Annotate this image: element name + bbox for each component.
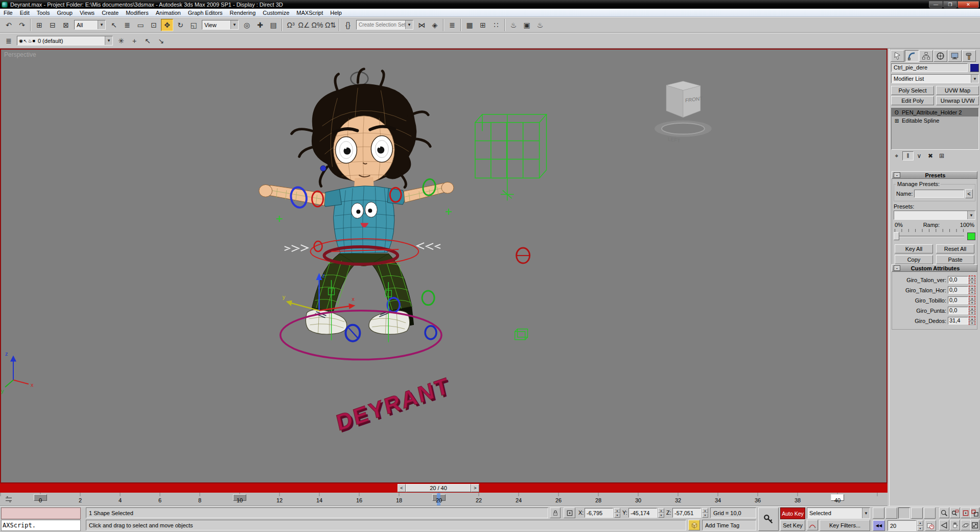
modifier-shortcut-button[interactable]: Poly Select [891, 86, 934, 95]
tab-modify[interactable] [905, 50, 919, 62]
separator[interactable] [442, 19, 445, 31]
preset-action-button[interactable]: Paste [936, 255, 974, 264]
tab-display[interactable] [948, 50, 962, 62]
small-green-cube-helper[interactable] [515, 329, 528, 340]
use-pivot-point-center-icon[interactable]: ◎ [241, 19, 253, 31]
keyboard-override-toggle-icon[interactable]: ▤ [267, 19, 279, 31]
edit-named-selection-sets-icon[interactable]: {} [342, 19, 354, 31]
custom-attribute-spinner[interactable]: ▲▼ [969, 296, 975, 305]
reference-coordinate-system-dropdown[interactable]: View ▼ [202, 20, 239, 30]
menu-item[interactable]: Animation [152, 9, 184, 16]
y-coordinate-spinner[interactable]: ▲▼ [658, 508, 664, 518]
quick-render-icon[interactable]: ♨ [534, 19, 546, 31]
modifier-list-dropdown[interactable]: Modifier List ▼ [891, 74, 979, 83]
go-to-end-icon[interactable] [924, 507, 936, 519]
layer-manager-icon[interactable]: ≣ [446, 19, 458, 31]
field-of-view-icon[interactable] [939, 520, 949, 530]
previous-frame-icon[interactable] [885, 507, 897, 519]
make-unique-icon[interactable]: ∨ [914, 151, 925, 160]
select-objects-in-current-layer-icon[interactable]: ↖ [142, 35, 154, 47]
configure-modifier-sets-icon[interactable]: ⊞ [936, 151, 947, 160]
select-by-name-icon[interactable]: ≣ [121, 19, 133, 31]
absolute-offset-mode-toggle[interactable] [564, 507, 575, 518]
presets-rollout-header[interactable]: - Presets [892, 171, 977, 179]
angle-snap-icon[interactable]: Ω∠ [298, 19, 310, 31]
pan-hand-icon[interactable] [950, 520, 960, 530]
arc-rotate-icon[interactable] [961, 520, 971, 530]
key-filters-button[interactable]: Key Filters... [820, 520, 870, 531]
snaps-toggle-icon[interactable]: Ω³ [285, 19, 297, 31]
open-mini-curve-editor-button[interactable] [1, 493, 16, 505]
dropdown-arrow-icon[interactable]: ▼ [98, 20, 105, 29]
custom-attributes-rollout-header[interactable]: - Custom Attributes [892, 264, 977, 272]
spinner-snap-icon[interactable]: Ω⇅ [324, 19, 337, 31]
maximize-viewport-toggle-icon[interactable] [970, 520, 979, 530]
modifier-shortcut-button[interactable]: Edit Poly [891, 96, 934, 105]
collapse-icon[interactable]: - [894, 172, 900, 178]
modifier-state-icon[interactable]: ⊞ [893, 118, 900, 124]
wire-box-helper[interactable] [475, 114, 547, 201]
isolate-selection-icon[interactable] [688, 520, 700, 530]
next-frame-icon[interactable] [911, 507, 923, 519]
object-color-swatch[interactable] [970, 63, 979, 72]
time-slider-button[interactable]: 20 / 40 [406, 484, 471, 492]
next-frame-slider-button[interactable]: > [471, 484, 479, 492]
rotation-gizmo-red-right[interactable] [517, 248, 530, 263]
window-crossing-icon[interactable]: ⊡ [148, 19, 160, 31]
current-layer-dropdown[interactable]: ◉↖♨■ 0 (default) ▼ [17, 36, 113, 45]
menu-item[interactable]: Create [98, 9, 122, 16]
modifier-state-icon[interactable]: ʘ [893, 110, 900, 115]
separator[interactable] [503, 19, 506, 31]
object-name-field[interactable]: Ctrl_pie_dere [891, 63, 968, 72]
z-coordinate-spinner[interactable]: ▲▼ [702, 508, 708, 518]
auto-key-button[interactable]: Auto Key [780, 507, 805, 519]
maxscript-mini-listener[interactable]: AXScript. [1, 520, 81, 531]
tab-create[interactable] [891, 50, 904, 62]
custom-attribute-spinner[interactable]: ▲▼ [969, 306, 975, 315]
menu-item[interactable]: Tools [33, 9, 54, 16]
set-current-layer-icon[interactable]: ↘ [155, 35, 167, 47]
dropdown-arrow-icon[interactable]: ▼ [405, 20, 413, 29]
tab-utilities[interactable] [962, 50, 976, 62]
presets-dropdown[interactable]: ▼ [894, 211, 975, 220]
ramp-slider[interactable] [894, 236, 964, 237]
menu-item[interactable]: Customize [259, 9, 293, 16]
minimize-button[interactable]: — [929, 1, 943, 8]
x-coordinate-field[interactable]: -6,795 [585, 508, 613, 518]
viewport-label[interactable]: Perspective [4, 51, 36, 58]
menu-item[interactable]: Modifiers [122, 9, 152, 16]
custom-attribute-spinner[interactable]: ▲▼ [969, 316, 975, 325]
character-model[interactable] [259, 69, 454, 334]
preset-action-button[interactable]: Copy [895, 255, 933, 264]
y-coordinate-field[interactable]: -45,174 [628, 508, 657, 518]
preset-browse-button[interactable]: < [965, 189, 973, 198]
menu-item[interactable]: File [0, 9, 16, 16]
key-mode-toggle[interactable]: ◀◀ [873, 520, 885, 531]
custom-attribute-value-field[interactable]: 0,0 [948, 307, 968, 314]
create-new-layer-icon[interactable]: ✳ [115, 35, 127, 47]
select-object-icon[interactable]: ↖ [108, 19, 120, 31]
go-to-start-icon[interactable] [873, 507, 884, 519]
restore-button[interactable]: ❐ [943, 1, 957, 8]
rendered-frame-window-icon[interactable]: ▣ [521, 19, 533, 31]
undo-icon[interactable]: ↶ [3, 19, 15, 31]
menu-item[interactable]: MAXScript [293, 9, 326, 16]
select-and-link-icon[interactable]: ⊞ [33, 19, 45, 31]
previous-frame-slider-button[interactable]: < [398, 484, 406, 492]
menu-item[interactable]: Rendering [226, 9, 260, 16]
time-configuration-icon[interactable] [925, 520, 936, 531]
pin-stack-icon[interactable]: ⌖ [891, 151, 902, 160]
select-and-manipulate-icon[interactable]: ✚ [254, 19, 266, 31]
preset-action-button[interactable]: Reset All [936, 244, 974, 253]
separator[interactable] [29, 19, 32, 31]
modifier-shortcut-button[interactable]: UVW Map [936, 86, 979, 95]
dropdown-arrow-icon[interactable]: ▼ [230, 20, 238, 29]
collapse-icon[interactable]: - [894, 265, 900, 271]
custom-attribute-value-field[interactable]: 31,4 [948, 317, 968, 325]
dropdown-arrow-icon[interactable]: ▼ [105, 36, 112, 45]
dropdown-arrow-icon[interactable]: ▼ [967, 211, 975, 219]
dropdown-arrow-icon[interactable]: ▼ [971, 75, 978, 83]
viewcube[interactable]: LEFT FRONT [655, 81, 712, 144]
ramp-color-swatch[interactable] [967, 233, 975, 240]
select-and-scale-icon[interactable]: ◱ [188, 19, 200, 31]
